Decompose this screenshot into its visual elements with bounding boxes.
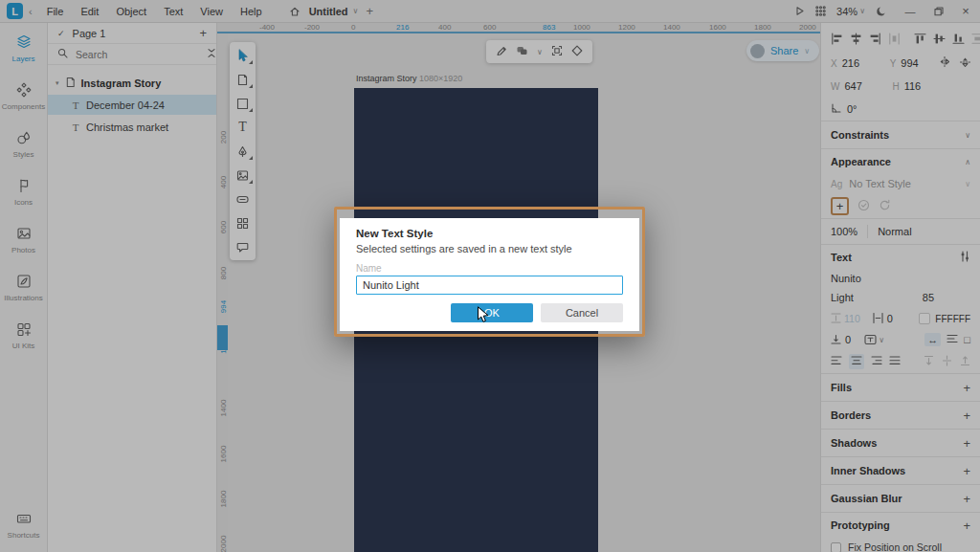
- lunacy-window: L ‹ File Edit Object Text View Help Unti…: [0, 0, 980, 552]
- new-text-style-dialog: New Text Style Selected settings are sav…: [340, 218, 639, 331]
- dialog-title: New Text Style: [356, 228, 623, 239]
- style-name-input[interactable]: [356, 276, 623, 295]
- mouse-cursor: [477, 306, 489, 325]
- dialog-description: Selected settings are saved in a new tex…: [356, 243, 623, 254]
- ok-button[interactable]: OK: [451, 303, 533, 322]
- cancel-button[interactable]: Cancel: [541, 303, 623, 322]
- onboarding-highlight-frame: New Text Style Selected settings are sav…: [334, 207, 645, 337]
- name-field-label: Name: [356, 263, 623, 274]
- dialog-buttons: OK Cancel: [356, 303, 623, 322]
